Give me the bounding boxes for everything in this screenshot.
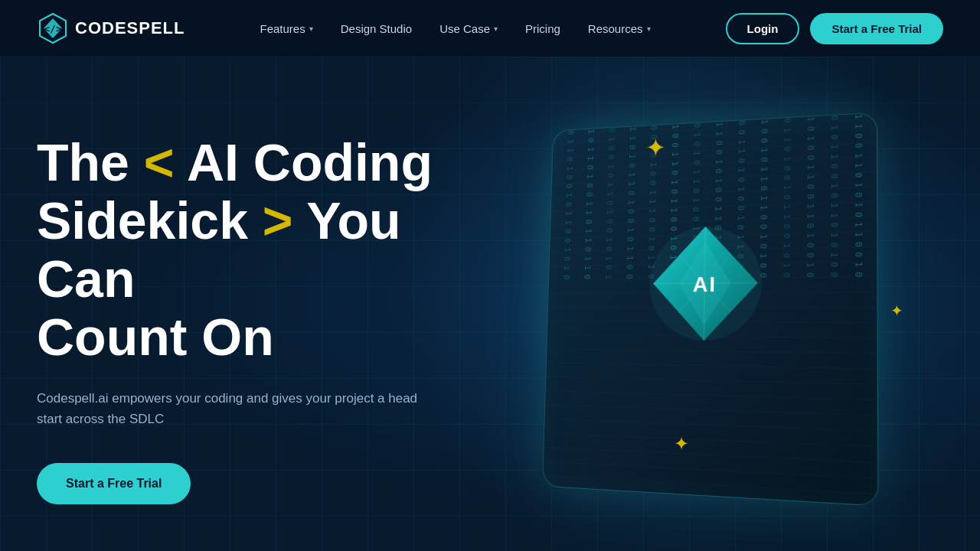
- navbar: </> CODESPELL Features ▾ Design Studio U…: [0, 0, 980, 57]
- tablet-body: 01101001011001010 10110100110110110 0100…: [542, 112, 878, 506]
- hero-illustration: ✦ ✦ ✦ 01101001011001010 1011010011011011…: [490, 72, 949, 546]
- nav-item-use-case[interactable]: Use Case ▾: [439, 22, 498, 35]
- ai-gem: AI: [641, 217, 769, 349]
- logo-icon: </>: [37, 12, 69, 44]
- hero-trial-button[interactable]: Start a Free Trial: [37, 463, 191, 504]
- sparkle-icon-2: ✦: [674, 433, 689, 455]
- tablet-device: 01101001011001010 10110100110110110 0100…: [536, 118, 903, 516]
- sparkle-icon-1: ✦: [645, 133, 666, 162]
- sparkle-icon-3: ✦: [890, 302, 903, 320]
- logo-text: CODESPELL: [75, 18, 185, 38]
- svg-text:AI: AI: [693, 272, 717, 296]
- nav-item-resources[interactable]: Resources ▾: [588, 22, 651, 35]
- nav-links: Features ▾ Design Studio Use Case ▾ Pric…: [260, 22, 651, 35]
- chevron-down-icon: ▾: [309, 24, 313, 33]
- chevron-down-icon: ▾: [647, 24, 651, 33]
- hero-section: The < AI Coding Sidekick > You Can Count…: [0, 57, 980, 551]
- logo[interactable]: </> CODESPELL: [37, 12, 185, 44]
- nav-trial-button[interactable]: Start a Free Trial: [810, 13, 943, 44]
- nav-item-features[interactable]: Features ▾: [260, 22, 313, 35]
- hero-subtitle: Codespell.ai empowers your coding and gi…: [37, 388, 420, 429]
- chevron-down-icon: ▾: [494, 24, 498, 33]
- hero-title: The < AI Coding Sidekick > You Can Count…: [37, 133, 496, 367]
- login-button[interactable]: Login: [726, 13, 800, 44]
- nav-actions: Login Start a Free Trial: [726, 13, 943, 44]
- hero-content: The < AI Coding Sidekick > You Can Count…: [37, 133, 496, 504]
- svg-text:</>: </>: [44, 23, 62, 34]
- nav-item-design-studio[interactable]: Design Studio: [341, 22, 412, 35]
- nav-item-pricing[interactable]: Pricing: [525, 22, 560, 35]
